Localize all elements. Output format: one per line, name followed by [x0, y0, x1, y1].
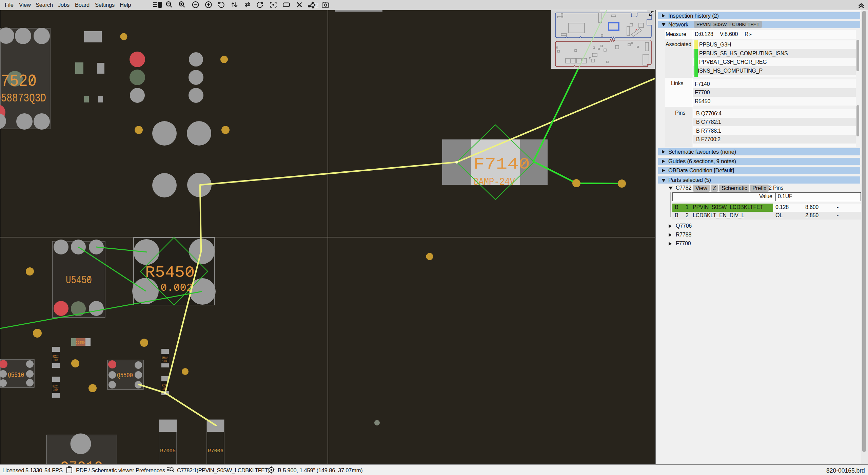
- svg-text:100K: 100K: [53, 358, 58, 362]
- svg-text:100K: 100K: [53, 388, 58, 392]
- svg-text:C5450: C5450: [76, 341, 85, 345]
- svg-text:Q5510: Q5510: [8, 371, 24, 379]
- svg-text:2: 2: [315, 1, 319, 9]
- svg-text:Q7010: Q7010: [60, 459, 103, 464]
- svg-text:R7005: R7005: [160, 448, 176, 454]
- svg-text:F7140: F7140: [473, 155, 530, 173]
- svg-text:Q5500: Q5500: [117, 372, 133, 379]
- svg-text:058873Q3D: 058873Q3D: [0, 92, 46, 105]
- svg-text:R5450: R5450: [145, 264, 195, 282]
- svg-text:100K: 100K: [162, 359, 167, 363]
- svg-text:0.002: 0.002: [160, 282, 193, 294]
- svg-text:R7006: R7006: [208, 448, 223, 454]
